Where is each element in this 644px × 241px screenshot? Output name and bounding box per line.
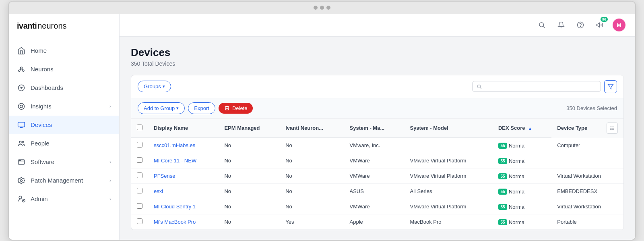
groups-chevron-icon: ▾ <box>163 84 165 89</box>
logo-neurons: neurons <box>37 21 66 31</box>
display-name-link-5[interactable]: Mi's MacBook Pro <box>154 219 196 225</box>
cell-epm-managed-0: No <box>219 138 280 153</box>
toolbar-left: Groups ▾ <box>138 81 171 92</box>
display-name-link-4[interactable]: MI Cloud Sentry 1 <box>154 204 196 210</box>
cell-system-ma-5: Apple <box>344 214 405 230</box>
svg-point-7 <box>19 103 25 109</box>
export-button[interactable]: Export <box>188 102 215 114</box>
sidebar-item-devices[interactable]: Devices <box>9 116 119 134</box>
sidebar-item-label-patch: Patch Management <box>31 177 109 184</box>
help-btn[interactable] <box>574 19 587 31</box>
cell-dex-score-3: 55 Normal <box>493 184 551 199</box>
row-checkbox-5[interactable] <box>137 218 142 224</box>
search-btn[interactable] <box>535 19 548 31</box>
cell-dex-score-0: 55 Normal <box>493 138 551 153</box>
row-checkbox-1[interactable] <box>137 157 142 163</box>
cell-epm-managed-1: No <box>219 153 280 168</box>
browser-dot-1 <box>314 6 318 10</box>
col-header-epm-managed[interactable]: EPM Managed <box>219 118 280 138</box>
table-row: sscc01.mi-labs.es No No VMware, Inc. 55 … <box>131 138 623 153</box>
svg-point-21 <box>539 23 544 27</box>
sidebar-item-home[interactable]: Home <box>9 42 119 60</box>
col-header-dex-score[interactable]: DEX Score ▲ <box>493 118 551 138</box>
dex-label-0: Normal <box>509 143 526 149</box>
sidebar-item-label-neurons: Neurons <box>31 66 111 73</box>
sidebar-item-label-people: People <box>31 140 111 147</box>
display-name-link-1[interactable]: MI Core 11 - NEW <box>154 158 196 164</box>
row-checkbox-cell <box>131 184 148 199</box>
cell-system-ma-1: VMWare <box>344 153 405 168</box>
add-to-group-button[interactable]: Add to Group ▾ <box>138 102 185 114</box>
col-header-device-type[interactable]: Device Type <box>551 118 623 138</box>
table-row: MI Cloud Sentry 1 No No VMWare VMware Vi… <box>131 199 623 214</box>
admin-icon <box>17 195 26 204</box>
sidebar-item-neurons[interactable]: Neurons <box>9 60 119 79</box>
table-row: PFSense No No VMWare VMware Virtual Plat… <box>131 168 623 184</box>
cell-system-model-3: All Series <box>404 184 493 199</box>
cell-ivanti-neuron-1: No <box>280 153 344 168</box>
cell-epm-managed-3: No <box>219 184 280 199</box>
col-header-display-name[interactable]: Display Name <box>148 118 219 138</box>
action-toolbar: Add to Group ▾ Export <box>131 98 623 118</box>
svg-point-17 <box>21 160 21 160</box>
sidebar-item-people[interactable]: People <box>9 134 119 153</box>
sidebar-item-label-software: Software <box>31 158 109 165</box>
col-header-system-ma[interactable]: System - Ma... <box>344 118 405 138</box>
svg-point-19 <box>19 196 22 199</box>
table-header-row: Display Name EPM Managed Ivanti Neuron..… <box>131 118 623 138</box>
sort-icon: ▲ <box>528 126 532 131</box>
cell-display-name-1: MI Core 11 - NEW <box>148 153 219 168</box>
patch-chevron-icon: › <box>109 178 111 183</box>
main-content: Devices 350 Total Devices Groups ▾ <box>120 37 635 240</box>
display-name-link-0[interactable]: sscc01.mi-labs.es <box>154 142 195 148</box>
page-title: Devices <box>131 46 624 59</box>
cell-system-ma-3: ASUS <box>344 184 405 199</box>
delete-label: Delete <box>232 105 248 111</box>
export-label: Export <box>194 105 209 111</box>
display-name-link-3[interactable]: esxi <box>154 188 163 194</box>
row-checkbox-4[interactable] <box>137 203 142 209</box>
search-input[interactable] <box>484 83 597 89</box>
row-checkbox-2[interactable] <box>137 172 142 178</box>
cell-display-name-2: PFSense <box>148 168 219 184</box>
bell-btn[interactable] <box>555 19 568 31</box>
groups-button[interactable]: Groups ▾ <box>138 81 171 92</box>
select-all-checkbox[interactable] <box>137 125 142 130</box>
filter-button[interactable] <box>604 80 617 93</box>
sidebar-item-label-devices: Devices <box>31 121 111 128</box>
cell-device-type-2: Virtual Workstation <box>551 168 623 184</box>
sidebar-item-patch-management[interactable]: Patch Management › <box>9 171 119 190</box>
cell-ivanti-neuron-0: No <box>280 138 344 153</box>
cell-ivanti-neuron-5: Yes <box>280 214 344 230</box>
dex-score-box-4: 55 <box>498 204 507 210</box>
svg-point-18 <box>21 179 23 181</box>
col-header-ivanti-neuron[interactable]: Ivanti Neuron... <box>280 118 344 138</box>
sidebar-item-dashboards[interactable]: Dashboards <box>9 79 119 97</box>
cell-dex-score-4: 55 Normal <box>493 199 551 214</box>
admin-chevron-icon: › <box>109 196 111 202</box>
cell-epm-managed-2: No <box>219 168 280 184</box>
toolbar-right <box>472 80 617 93</box>
delete-button[interactable]: Delete <box>219 103 253 114</box>
display-name-link-2[interactable]: PFSense <box>154 173 175 179</box>
dex-badge-3: 55 Normal <box>498 189 526 195</box>
sidebar-item-software[interactable]: Software › <box>9 153 119 171</box>
row-checkbox-0[interactable] <box>137 142 142 148</box>
sidebar-item-insights[interactable]: Insights › <box>9 97 119 116</box>
neurons-icon <box>17 65 26 74</box>
cell-system-model-0 <box>404 138 493 153</box>
row-checkbox-3[interactable] <box>137 188 142 193</box>
page-content: Devices 350 Total Devices Groups ▾ <box>120 37 635 240</box>
app-container: ivanti neurons Home <box>9 14 635 240</box>
dex-score-box-3: 55 <box>498 189 507 195</box>
cell-system-ma-4: VMWare <box>344 199 405 214</box>
add-group-chevron-icon: ▾ <box>176 106 179 111</box>
sidebar-item-admin[interactable]: Admin › <box>9 190 119 208</box>
col-header-system-model[interactable]: System - Model <box>404 118 493 138</box>
table-row: Mi's MacBook Pro No Yes Apple MacBook Pr… <box>131 214 623 230</box>
user-avatar[interactable]: M <box>613 19 625 31</box>
cell-display-name-3: esxi <box>148 184 219 199</box>
action-left: Add to Group ▾ Export <box>138 102 253 114</box>
column-settings-button[interactable] <box>607 123 618 134</box>
table-card: Groups ▾ <box>131 75 624 231</box>
